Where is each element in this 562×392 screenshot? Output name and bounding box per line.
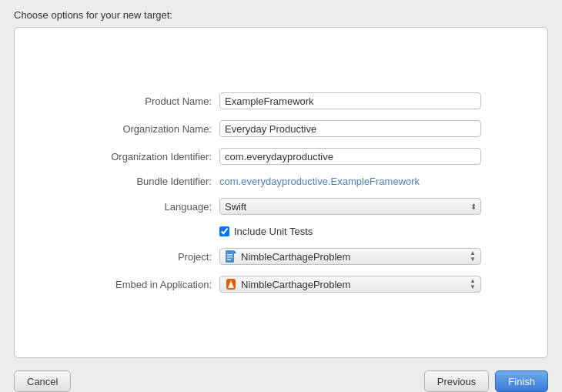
language-label: Language: xyxy=(81,201,219,213)
bundle-id-text: com.everydayproductive.ExampleFramework xyxy=(219,174,420,189)
footer: Cancel Previous Finish xyxy=(0,364,562,392)
embed-row: Embed in Application: NimbleCarthageProb… xyxy=(81,276,481,293)
footer-right: Previous Finish xyxy=(424,370,548,392)
embed-select[interactable]: NimbleCarthageProblem ▲ ▼ xyxy=(219,276,481,293)
embed-select-text: NimbleCarthageProblem xyxy=(241,279,467,290)
org-name-row: Organization Name: xyxy=(81,120,481,137)
project-row: Project: NimbleCarthageProb xyxy=(81,248,481,265)
org-identifier-row: Organization Identifier: xyxy=(81,148,481,165)
unit-tests-row: Include Unit Tests xyxy=(219,226,481,237)
svg-rect-2 xyxy=(227,254,232,256)
finish-button[interactable]: Finish xyxy=(495,370,548,392)
embed-label: Embed in Application: xyxy=(81,279,219,290)
project-select-arrows: ▲ ▼ xyxy=(470,250,476,263)
include-unit-tests-checkbox[interactable] xyxy=(219,226,229,236)
project-select[interactable]: NimbleCarthageProblem ▲ ▼ xyxy=(219,248,481,265)
org-identifier-label: Organization Identifier: xyxy=(81,151,219,162)
include-unit-tests-label[interactable]: Include Unit Tests xyxy=(234,226,313,237)
project-label: Project: xyxy=(81,251,219,263)
main-content: Product Name: Organization Name: Organiz… xyxy=(0,27,562,364)
org-name-value xyxy=(219,120,481,137)
form-inner: Product Name: Organization Name: Organiz… xyxy=(81,92,481,293)
svg-rect-4 xyxy=(227,259,231,260)
product-name-input[interactable] xyxy=(219,92,481,109)
project-value: NimbleCarthageProblem ▲ ▼ xyxy=(219,248,481,265)
language-select-wrapper: Swift Objective-C ⬍ xyxy=(219,198,481,215)
instruction-text: Choose options for your new target: xyxy=(14,9,172,21)
org-identifier-input[interactable] xyxy=(219,148,481,165)
project-icon xyxy=(225,250,237,263)
cancel-button[interactable]: Cancel xyxy=(14,370,71,392)
page-header: Choose options for your new target: xyxy=(0,0,562,27)
svg-rect-3 xyxy=(227,256,232,258)
org-name-label: Organization Name: xyxy=(81,123,219,135)
svg-marker-1 xyxy=(234,250,236,253)
product-name-label: Product Name: xyxy=(81,95,219,107)
embed-app-icon xyxy=(225,278,237,290)
org-identifier-value xyxy=(219,148,481,165)
org-name-input[interactable] xyxy=(219,120,481,137)
bundle-id-value: com.everydayproductive.ExampleFramework xyxy=(219,176,481,187)
embed-select-arrows: ▲ ▼ xyxy=(470,278,476,290)
language-value: Swift Objective-C ⬍ xyxy=(219,198,481,215)
project-select-text: NimbleCarthageProblem xyxy=(241,251,467,263)
embed-value: NimbleCarthageProblem ▲ ▼ xyxy=(219,276,481,293)
product-name-value xyxy=(219,92,481,109)
language-row: Language: Swift Objective-C ⬍ xyxy=(81,198,481,215)
bundle-id-row: Bundle Identifier: com.everydayproductiv… xyxy=(81,176,481,187)
language-select[interactable]: Swift Objective-C xyxy=(219,198,481,215)
bundle-id-label: Bundle Identifier: xyxy=(81,176,219,187)
product-name-row: Product Name: xyxy=(81,92,481,109)
previous-button[interactable]: Previous xyxy=(424,370,490,392)
form-panel: Product Name: Organization Name: Organiz… xyxy=(14,27,548,358)
